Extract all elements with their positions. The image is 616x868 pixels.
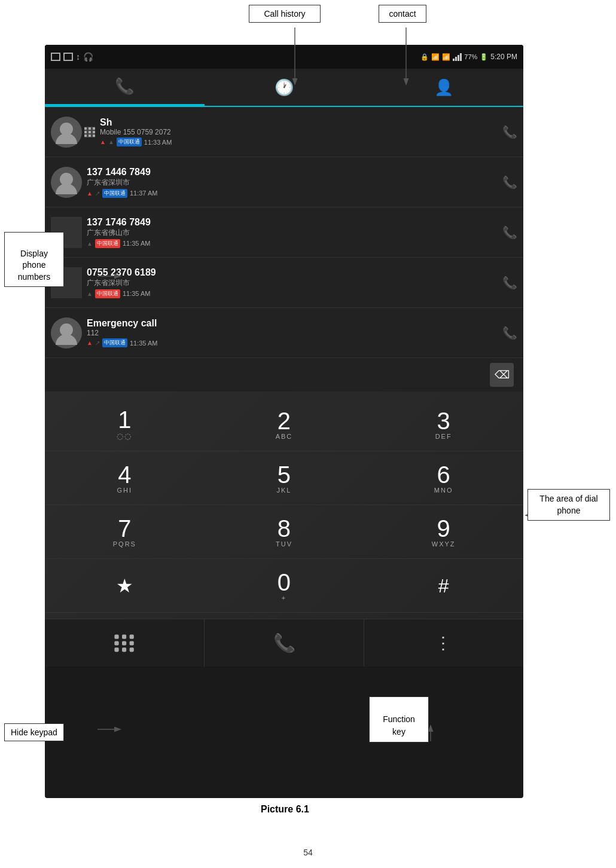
phone-tab-icon: 📞 [115, 77, 134, 96]
dial-digit: 5 [277, 463, 291, 487]
dial-digit: # [438, 576, 449, 595]
dial-key-hash[interactable]: # [364, 559, 523, 613]
dial-letters: MNO [434, 487, 453, 494]
carrier-tag: 中国联通 [117, 137, 142, 146]
caller-number: 广东省深圳市 [87, 278, 498, 288]
page-number: 54 [303, 848, 313, 857]
caller-name: 137 1446 7849 [87, 167, 498, 178]
bottom-bar: 📞 ⋮ [45, 619, 523, 667]
dial-key-3[interactable]: 3 DEF [364, 398, 523, 451]
call-info: 137 1746 7849 广东省佛山市 ▲ 中国联通 11:35 AM [82, 217, 502, 248]
battery-icon: 🔋 [480, 53, 488, 61]
dial-digit: 0 [277, 570, 291, 594]
dial-letters: PQRS [113, 540, 136, 548]
time-display: 5:20 PM [490, 53, 517, 61]
call-time: 11:33 AM [144, 139, 172, 146]
marker-icon: ▲ [87, 291, 93, 297]
caller-name: Sh [100, 117, 498, 128]
carrier-tag: 中国联通 [102, 338, 127, 347]
call-button[interactable]: 📞 [502, 326, 517, 340]
status-icons-left: ↕ 🎧 [51, 52, 93, 62]
keypad-toggle-button[interactable] [45, 619, 205, 667]
dial-letters: TUV [276, 540, 292, 548]
tab-history[interactable]: 🕐 [205, 69, 364, 106]
call-button[interactable]: 📞 [502, 225, 517, 240]
call-list: Sh Mobile 155 0759 2072 ▲ ▲ 中国联通 11:33 A… [45, 107, 523, 358]
dial-key-1[interactable]: 1 ◌◌ [45, 398, 205, 451]
dial-key-6[interactable]: 6 MNO [364, 451, 523, 505]
phone-screen: ↕ 🎧 🔒 📶 📶 77% 🔋 5:20 PM 📞 🕐 👤 [45, 45, 523, 798]
wifi-icon: 📶 [431, 53, 440, 61]
dialpad-input-row: ⌫ [45, 358, 523, 392]
dialpad-grid: 1 ◌◌ 2 ABC 3 DEF 4 GHI 5 JKL 6 MNO [45, 392, 523, 619]
caller-name: 0755 2370 6189 [87, 267, 498, 278]
dial-key-4[interactable]: 4 GHI [45, 451, 205, 505]
call-info: 0755 2370 6189 广东省深圳市 ▲ 中国联通 11:35 AM [82, 267, 502, 298]
tab-phone[interactable]: 📞 [45, 69, 205, 106]
dial-letters: DEF [435, 433, 452, 440]
call-button[interactable]: 📞 [502, 276, 517, 290]
dial-letters: + [282, 594, 286, 601]
dial-digit: 8 [277, 516, 291, 540]
area-of-dial-phone-annotation: The area of dial phone [527, 489, 610, 521]
call-meta: ▲ ↗ 中国联通 11:37 AM [87, 189, 498, 198]
caller-number: 广东省佛山市 [87, 228, 498, 238]
dial-digit: 7 [118, 516, 131, 540]
avatar [51, 117, 82, 148]
battery-percent: 77% [464, 53, 477, 60]
carrier-tag: 中国联通 [95, 239, 120, 248]
call-item[interactable]: 137 1446 7849 广东省深圳市 ▲ ↗ 中国联通 11:37 AM 📞 [45, 157, 523, 207]
call-item[interactable]: 137 1746 7849 广东省佛山市 ▲ 中国联通 11:35 AM 📞 [45, 207, 523, 258]
call-dial-button[interactable]: 📞 [205, 619, 364, 667]
caller-number: 112 [87, 329, 498, 337]
display-phone-numbers-annotation: Display phone numbers [4, 232, 64, 287]
call-meta: ▲ 中国联通 11:35 AM [87, 289, 498, 298]
dial-digit: 9 [437, 516, 450, 540]
hide-keypad-annotation: Hide keypad [4, 723, 64, 741]
dial-key-0[interactable]: 0 + [205, 559, 364, 613]
dial-key-2[interactable]: 2 ABC [205, 398, 364, 451]
dial-key-star[interactable]: ★ [45, 559, 205, 613]
call-item[interactable]: Sh Mobile 155 0759 2072 ▲ ▲ 中国联通 11:33 A… [45, 107, 523, 157]
dial-key-7[interactable]: 7 PQRS [45, 505, 205, 559]
signal-icon-1: 📶 [442, 53, 450, 61]
dial-key-5[interactable]: 5 JKL [205, 451, 364, 505]
signal-bars [453, 53, 462, 61]
bar4 [460, 53, 462, 61]
contacts-tab-icon: 👤 [434, 78, 453, 97]
tab-contacts[interactable]: 👤 [364, 69, 523, 106]
sim2-indicator: ▲ [108, 139, 114, 145]
dial-key-9[interactable]: 9 WXYZ [364, 505, 523, 559]
headset-icon: 🎧 [83, 52, 93, 62]
dial-digit: 6 [437, 463, 450, 487]
sync-icon: ↕ [76, 52, 80, 62]
sim-indicator: ▲ [87, 340, 93, 346]
backspace-button[interactable]: ⌫ [490, 363, 514, 387]
call-time: 11:35 AM [130, 340, 157, 347]
caller-name: Emergency call [87, 318, 498, 329]
status-icon-2 [63, 53, 73, 61]
dial-digit: 3 [437, 409, 450, 433]
call-item[interactable]: 0755 2370 6189 广东省深圳市 ▲ 中国联通 11:35 AM 📞 [45, 258, 523, 308]
lock-icon: 🔒 [420, 53, 429, 61]
call-info: 137 1446 7849 广东省深圳市 ▲ ↗ 中国联通 11:37 AM [82, 167, 502, 198]
call-info: Sh Mobile 155 0759 2072 ▲ ▲ 中国联通 11:33 A… [95, 117, 502, 146]
call-button[interactable]: 📞 [502, 125, 517, 139]
bar1 [453, 59, 455, 61]
arrow-icon: ↗ [95, 190, 100, 197]
call-item[interactable]: Emergency call 112 ▲ ↗ 中国联通 11:35 AM 📞 [45, 308, 523, 358]
carrier-tag: 中国联通 [95, 289, 120, 298]
dialpad-area: ⌫ 1 ◌◌ 2 ABC 3 DEF 4 GHI 5 JKL [45, 358, 523, 667]
call-time: 11:35 AM [123, 240, 150, 247]
marker-icon: ▲ [87, 240, 93, 247]
call-dial-icon: 📞 [273, 632, 295, 653]
arrow-icon: ↗ [95, 340, 100, 346]
dial-key-8[interactable]: 8 TUV [205, 505, 364, 559]
dial-letters: GHI [117, 487, 133, 494]
sim-indicator: ▲ [87, 190, 93, 197]
function-key-annotation: Function key [369, 696, 429, 742]
call-meta: ▲ ↗ 中国联通 11:35 AM [87, 338, 498, 347]
call-button[interactable]: 📞 [502, 175, 517, 190]
carrier-tag: 中国联通 [102, 189, 127, 198]
more-options-button[interactable]: ⋮ [364, 619, 523, 667]
